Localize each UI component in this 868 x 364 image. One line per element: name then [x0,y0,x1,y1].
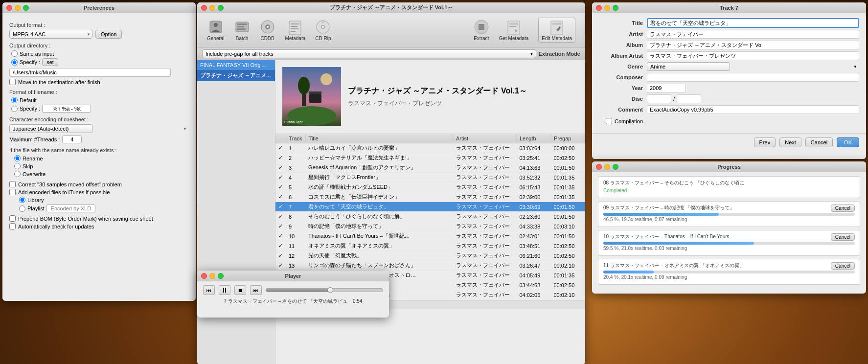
progress-cancel-button[interactable]: Cancel [831,262,855,270]
genre-select[interactable]: Anime [647,62,730,71]
format-input[interactable] [42,105,91,113]
progress-stats: 46.5 %, 19.3x realtime, 0:07 remaining [603,217,855,222]
album-field-input[interactable] [647,41,859,49]
extract-toolbar-btn[interactable]: Extract [474,19,489,41]
table-row[interactable]: ✓ 13 リンゴの森の子猫たち「スプーンおばさん」 ラスマス・フェイバー 03:… [275,261,585,271]
progress-zoom[interactable] [613,164,618,170]
main-minimize-button[interactable] [209,5,215,11]
track7-close[interactable] [596,5,602,11]
cdrip-toolbar-btn[interactable]: CD Rip [315,19,331,41]
table-row[interactable]: ✓ 6 コスモスに君と「伝説巨神イデオン」 ラスマス・フェイバー 02:39:0… [275,192,585,202]
cddb-toolbar-btn[interactable]: CDDB [260,19,275,41]
progress-close[interactable] [596,164,602,170]
zoom-button[interactable] [23,5,29,11]
play-pause-button[interactable]: ⏸ [219,285,230,295]
get-metadata-toolbar-btn[interactable]: Get Metadata [499,19,529,41]
minimize-button[interactable] [15,5,21,11]
track7-traffic-lights[interactable] [596,5,618,11]
table-row[interactable]: ✓ 11 オネアミスの翼「オネアミスの翼」 ラスマス・フェイバー 03:48:5… [275,241,585,251]
player-minimize[interactable] [209,273,215,279]
playlist-item-1[interactable]: プラチナ・ジャズ ～アニメ... [197,70,275,81]
track-artist: ラスマス・フェイバー [453,231,517,241]
player-close[interactable] [201,273,207,279]
table-row[interactable]: ✓ 10 Thanatos - If I Can't Be Yours –「新世… [275,231,585,241]
batch-toolbar-btn[interactable]: Batch [234,19,250,41]
compilation-checkbox[interactable] [606,118,612,124]
composer-field-input[interactable] [647,73,859,82]
track-length: 04:05:49 [517,271,551,280]
correct-offset-checkbox[interactable] [9,181,16,187]
same-as-input-radio[interactable] [11,50,18,57]
progress-item: 08 ラスマス・フェイバー – そらのむこう 「ひぐらしのなく頃にComplet… [598,176,860,198]
album-artist-field-input[interactable] [647,51,859,60]
specify-format-radio[interactable] [11,106,18,112]
track-pregap: 00:01:35 [551,192,585,202]
comment-field-input[interactable] [647,105,859,114]
stop-button[interactable]: ⏹ [234,285,246,295]
main-traffic-lights[interactable] [201,5,224,11]
progress-traffic-lights[interactable] [596,164,618,170]
prev-track-button[interactable]: ⏮ [203,285,215,295]
table-row[interactable]: ✓ 4 星間飛行「マクロスFrontier」 ラスマス・フェイバー 03:52:… [275,173,585,182]
progress-minimize[interactable] [604,164,610,170]
cancel-button[interactable]: Cancel [805,137,833,147]
playlist-radio[interactable] [19,205,25,212]
table-row[interactable]: ✓ 1 ハレ晴レユカイ「涼宮ハルヒの憂鬱」 ラスマス・フェイバー 03:03:6… [275,143,585,153]
svg-rect-22 [552,23,561,24]
playlist-item-0[interactable]: FINAL FANTASY VII Origi... [197,60,275,70]
prev-button[interactable]: Prev [754,137,776,147]
player-progress-bar[interactable] [266,288,383,292]
library-radio[interactable] [19,197,25,203]
player-progress-knob[interactable] [327,287,333,293]
add-itunes-checkbox[interactable] [9,189,16,195]
specify-radio[interactable] [11,59,18,66]
player-zoom[interactable] [218,273,224,279]
next-track-button[interactable]: ⏭ [250,285,262,295]
edit-metadata-toolbar-btn[interactable]: Edit Metadata [538,18,575,43]
disc-field-row: / [647,94,859,103]
general-toolbar-btn[interactable]: General [207,19,225,41]
encoding-select[interactable]: Japanese (Auto-detect) [9,124,92,133]
overwrite-radio[interactable] [14,171,21,177]
threads-input[interactable] [62,136,82,143]
metadata-toolbar-btn[interactable]: Metadata [285,19,306,41]
format-select[interactable]: MPEG-4 AAC [9,30,92,39]
disc-total-input[interactable] [677,94,701,103]
disc-num-input[interactable] [647,94,671,103]
option-button[interactable]: Option [95,30,122,39]
close-button[interactable] [6,5,12,11]
svg-point-8 [267,26,269,28]
title-field-input[interactable] [647,18,859,28]
table-row[interactable]: ✓ 8 そらのむこう「ひぐらしのなく頃に解」 ラスマス・フェイバー 02:23:… [275,212,585,222]
prepend-bom-checkbox[interactable] [9,215,16,222]
progress-bar-fill [603,213,719,216]
table-row[interactable]: ✓ 3 Genesis of Aquarion「創聖のアクエリオン」 ラスマス・… [275,163,585,173]
progress-cancel-button[interactable]: Cancel [831,205,855,212]
table-row[interactable]: ✓ 7 君をのせて「天空の城ラピュタ」 ラスマス・フェイバー 03:30:69 … [275,202,585,212]
progress-cancel-button[interactable]: Cancel [831,233,855,241]
table-row[interactable]: ✓ 5 水の証「機動戦士ガンダムSEED」 ラスマス・フェイバー 06:15:4… [275,182,585,192]
main-zoom-button[interactable] [218,5,224,11]
mode-select[interactable]: Include pre-gap for all tracks [202,49,536,58]
main-close-button[interactable] [201,5,207,11]
output-path[interactable]: /Users/tmkk/Music [9,68,171,77]
move-checkbox[interactable] [9,79,16,85]
year-field-input[interactable] [647,84,686,92]
traffic-lights[interactable] [6,5,29,11]
ok-button[interactable]: OK [837,137,859,147]
rename-radio[interactable] [14,155,21,161]
table-row[interactable]: ✓ 9 時の記憶「僕の地球を守って」 ラスマス・フェイバー 04:33:38 0… [275,222,585,231]
playlist-input[interactable] [46,205,95,212]
set-button[interactable]: set [42,58,58,66]
auto-check-checkbox[interactable] [9,223,16,229]
track7-zoom[interactable] [613,5,618,11]
track-length: 03:26:47 [517,261,551,271]
default-radio[interactable] [11,97,18,103]
table-row[interactable]: ✓ 12 光の天使「幻魔大戦」 ラスマス・フェイバー 06:21:60 00:0… [275,251,585,261]
track7-minimize[interactable] [604,5,610,11]
table-row[interactable]: ✓ 2 ハッピー☆マテリアル「魔法先生ネギま!」 ラスマス・フェイバー 03:2… [275,153,585,163]
next-button[interactable]: Next [779,137,801,147]
player-traffic-lights[interactable] [201,273,224,279]
artist-field-input[interactable] [647,30,859,39]
skip-radio[interactable] [14,163,21,169]
